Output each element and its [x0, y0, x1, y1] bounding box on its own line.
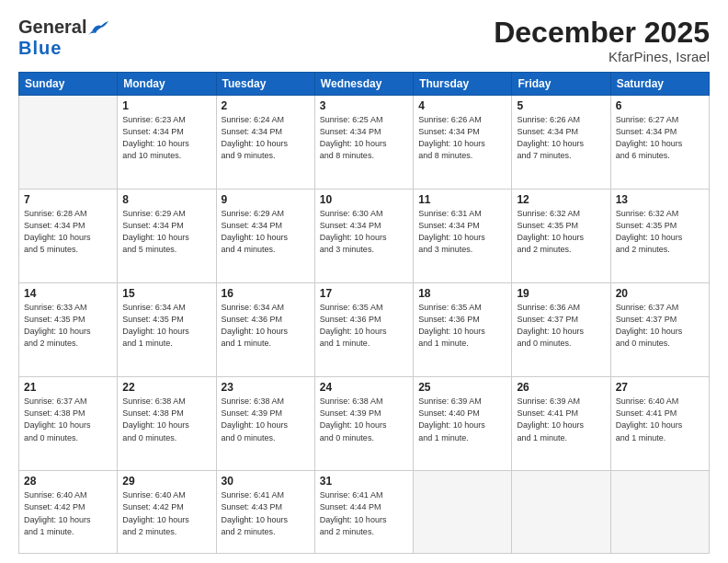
logo: General Blue — [18, 17, 108, 59]
logo-general-text: General — [18, 17, 86, 38]
day-number: 22 — [122, 381, 210, 394]
table-row: 29Sunrise: 6:40 AMSunset: 4:42 PMDayligh… — [118, 471, 216, 554]
table-row: 16Sunrise: 6:34 AMSunset: 4:36 PMDayligh… — [216, 283, 314, 377]
table-row — [610, 471, 709, 554]
day-number: 7 — [24, 193, 112, 206]
table-row: 19Sunrise: 6:36 AMSunset: 4:37 PMDayligh… — [512, 283, 610, 377]
day-info: Sunrise: 6:40 AMSunset: 4:42 PMDaylight:… — [122, 489, 210, 537]
day-number: 4 — [418, 99, 506, 112]
table-row: 6Sunrise: 6:27 AMSunset: 4:34 PMDaylight… — [610, 96, 709, 190]
table-row: 24Sunrise: 6:38 AMSunset: 4:39 PMDayligh… — [314, 377, 413, 471]
day-number: 29 — [122, 475, 210, 488]
day-number: 18 — [418, 287, 506, 300]
day-number: 13 — [616, 193, 704, 206]
day-number: 24 — [320, 381, 408, 394]
day-info: Sunrise: 6:40 AMSunset: 4:42 PMDaylight:… — [24, 489, 112, 537]
logo-bird-icon — [88, 20, 108, 35]
day-info: Sunrise: 6:39 AMSunset: 4:41 PMDaylight:… — [517, 396, 605, 443]
day-info: Sunrise: 6:29 AMSunset: 4:34 PMDaylight:… — [222, 208, 310, 256]
weekday-header-row: Sunday Monday Tuesday Wednesday Thursday… — [19, 73, 710, 96]
day-info: Sunrise: 6:35 AMSunset: 4:36 PMDaylight:… — [320, 302, 408, 350]
day-info: Sunrise: 6:29 AMSunset: 4:34 PMDaylight:… — [122, 208, 210, 256]
table-row: 15Sunrise: 6:34 AMSunset: 4:35 PMDayligh… — [118, 283, 216, 377]
calendar-title: December 2025 — [494, 17, 710, 49]
day-number: 5 — [517, 99, 605, 112]
table-row: 18Sunrise: 6:35 AMSunset: 4:36 PMDayligh… — [414, 283, 512, 377]
day-info: Sunrise: 6:38 AMSunset: 4:39 PMDaylight:… — [320, 396, 408, 443]
day-info: Sunrise: 6:34 AMSunset: 4:36 PMDaylight:… — [222, 302, 310, 350]
day-number: 23 — [222, 381, 310, 394]
day-info: Sunrise: 6:32 AMSunset: 4:35 PMDaylight:… — [616, 208, 704, 256]
day-info: Sunrise: 6:37 AMSunset: 4:37 PMDaylight:… — [616, 302, 704, 350]
day-info: Sunrise: 6:31 AMSunset: 4:34 PMDaylight:… — [418, 208, 506, 256]
day-info: Sunrise: 6:37 AMSunset: 4:38 PMDaylight:… — [24, 396, 112, 443]
day-number: 6 — [616, 99, 704, 112]
day-info: Sunrise: 6:24 AMSunset: 4:34 PMDaylight:… — [222, 114, 310, 162]
day-number: 11 — [418, 193, 506, 206]
day-number: 31 — [320, 475, 408, 488]
table-row: 4Sunrise: 6:26 AMSunset: 4:34 PMDaylight… — [414, 96, 512, 190]
day-info: Sunrise: 6:30 AMSunset: 4:34 PMDaylight:… — [320, 208, 408, 256]
calendar-table: Sunday Monday Tuesday Wednesday Thursday… — [18, 72, 710, 554]
day-number: 10 — [320, 193, 408, 206]
day-info: Sunrise: 6:32 AMSunset: 4:35 PMDaylight:… — [517, 208, 605, 256]
day-number: 12 — [517, 193, 605, 206]
day-number: 27 — [616, 381, 704, 394]
day-number: 9 — [222, 193, 310, 206]
day-number: 28 — [24, 475, 112, 488]
day-info: Sunrise: 6:41 AMSunset: 4:44 PMDaylight:… — [320, 489, 408, 537]
table-row: 27Sunrise: 6:40 AMSunset: 4:41 PMDayligh… — [610, 377, 709, 471]
header-saturday: Saturday — [610, 73, 709, 96]
table-row — [19, 96, 118, 190]
day-info: Sunrise: 6:33 AMSunset: 4:35 PMDaylight:… — [24, 302, 112, 350]
header-tuesday: Tuesday — [216, 73, 314, 96]
day-number: 30 — [222, 475, 310, 488]
table-row: 2Sunrise: 6:24 AMSunset: 4:34 PMDaylight… — [216, 96, 314, 190]
day-number: 20 — [616, 287, 704, 300]
header-wednesday: Wednesday — [314, 73, 413, 96]
table-row: 9Sunrise: 6:29 AMSunset: 4:34 PMDaylight… — [216, 190, 314, 283]
day-number: 19 — [517, 287, 605, 300]
day-info: Sunrise: 6:41 AMSunset: 4:43 PMDaylight:… — [222, 489, 310, 537]
table-row: 3Sunrise: 6:25 AMSunset: 4:34 PMDaylight… — [314, 96, 413, 190]
table-row: 28Sunrise: 6:40 AMSunset: 4:42 PMDayligh… — [19, 471, 118, 554]
logo-blue-text: Blue — [18, 38, 62, 58]
table-row — [414, 471, 512, 554]
day-info: Sunrise: 6:36 AMSunset: 4:37 PMDaylight:… — [517, 302, 605, 350]
table-row: 14Sunrise: 6:33 AMSunset: 4:35 PMDayligh… — [19, 283, 118, 377]
day-number: 16 — [222, 287, 310, 300]
calendar-location: KfarPines, Israel — [494, 49, 710, 64]
day-info: Sunrise: 6:40 AMSunset: 4:41 PMDaylight:… — [616, 396, 704, 443]
day-number: 15 — [122, 287, 210, 300]
table-row — [512, 471, 610, 554]
table-row: 20Sunrise: 6:37 AMSunset: 4:37 PMDayligh… — [610, 283, 709, 377]
day-info: Sunrise: 6:23 AMSunset: 4:34 PMDaylight:… — [122, 114, 210, 162]
day-info: Sunrise: 6:28 AMSunset: 4:34 PMDaylight:… — [24, 208, 112, 256]
day-number: 3 — [320, 99, 408, 112]
table-row: 8Sunrise: 6:29 AMSunset: 4:34 PMDaylight… — [118, 190, 216, 283]
day-info: Sunrise: 6:35 AMSunset: 4:36 PMDaylight:… — [418, 302, 506, 350]
day-number: 14 — [24, 287, 112, 300]
table-row: 17Sunrise: 6:35 AMSunset: 4:36 PMDayligh… — [314, 283, 413, 377]
day-number: 21 — [24, 381, 112, 394]
day-info: Sunrise: 6:25 AMSunset: 4:34 PMDaylight:… — [320, 114, 408, 162]
table-row: 5Sunrise: 6:26 AMSunset: 4:34 PMDaylight… — [512, 96, 610, 190]
day-number: 17 — [320, 287, 408, 300]
day-info: Sunrise: 6:27 AMSunset: 4:34 PMDaylight:… — [616, 114, 704, 162]
day-number: 26 — [517, 381, 605, 394]
page: General Blue December 2025 KfarPines, Is… — [0, 0, 728, 563]
table-row: 7Sunrise: 6:28 AMSunset: 4:34 PMDaylight… — [19, 190, 118, 283]
day-number: 25 — [418, 381, 506, 394]
header-monday: Monday — [118, 73, 216, 96]
table-row: 11Sunrise: 6:31 AMSunset: 4:34 PMDayligh… — [414, 190, 512, 283]
table-row: 22Sunrise: 6:38 AMSunset: 4:38 PMDayligh… — [118, 377, 216, 471]
header-sunday: Sunday — [19, 73, 118, 96]
day-info: Sunrise: 6:38 AMSunset: 4:38 PMDaylight:… — [122, 396, 210, 443]
day-info: Sunrise: 6:26 AMSunset: 4:34 PMDaylight:… — [418, 114, 506, 162]
table-row: 23Sunrise: 6:38 AMSunset: 4:39 PMDayligh… — [216, 377, 314, 471]
day-number: 1 — [122, 99, 210, 112]
table-row: 31Sunrise: 6:41 AMSunset: 4:44 PMDayligh… — [314, 471, 413, 554]
title-block: December 2025 KfarPines, Israel — [494, 17, 710, 64]
header-friday: Friday — [512, 73, 610, 96]
header: General Blue December 2025 KfarPines, Is… — [18, 17, 710, 64]
